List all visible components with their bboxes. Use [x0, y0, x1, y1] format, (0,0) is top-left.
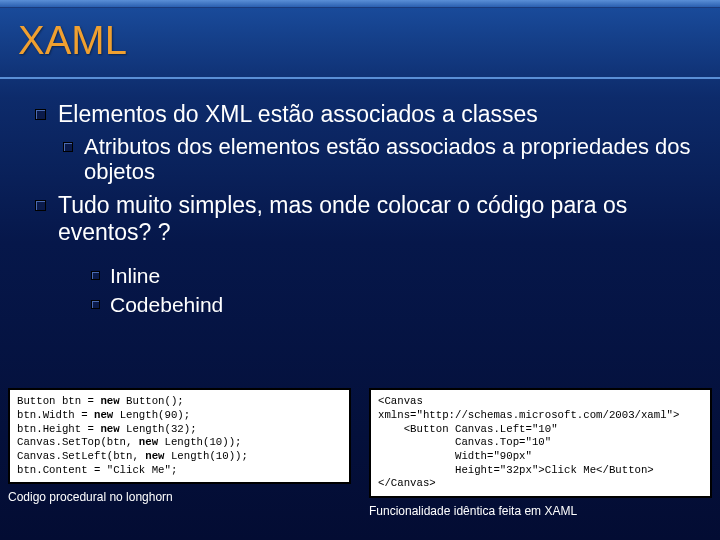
code-text: Length(10));	[158, 436, 241, 448]
bullet-level3: Codebehind	[92, 292, 700, 317]
code-text: Button();	[120, 395, 184, 407]
keyword: new	[145, 450, 164, 462]
xaml-column: <Canvas xmlns="http://schemas.microsoft.…	[369, 388, 712, 518]
code-text: Length(32);	[120, 423, 197, 435]
code-text: Width="90px"	[378, 450, 532, 462]
right-caption: Funcionalidade idêntica feita em XAML	[369, 504, 712, 518]
procedural-code-box: Button btn = new Button(); btn.Width = n…	[8, 388, 351, 484]
code-text: Height="32px">Click Me</Button>	[378, 464, 654, 476]
slide-title: XAML	[0, 8, 720, 79]
code-text: Button btn =	[17, 395, 100, 407]
keyword: new	[139, 436, 158, 448]
code-text: xmlns="http://schemas.microsoft.com/2003…	[378, 409, 679, 421]
slide-body: Elementos do XML estão associados a clas…	[0, 79, 720, 317]
code-text: Canvas.SetTop(btn,	[17, 436, 139, 448]
code-text: <Canvas	[378, 395, 423, 407]
bullet-level1: Elementos do XML estão associados a clas…	[36, 101, 700, 128]
code-text: </Canvas>	[378, 477, 436, 489]
code-compare-row: Button btn = new Button(); btn.Width = n…	[8, 388, 712, 518]
xaml-code-box: <Canvas xmlns="http://schemas.microsoft.…	[369, 388, 712, 498]
code-text: btn.Content = "Click Me";	[17, 464, 177, 476]
code-text: Length(90);	[113, 409, 190, 421]
code-text: btn.Height =	[17, 423, 100, 435]
bullet-level2: Atributos dos elementos estão associados…	[64, 134, 700, 184]
bullet-level1: Tudo muito simples, mas onde colocar o c…	[36, 192, 700, 246]
window-top-accent	[0, 0, 720, 8]
code-text: <Button Canvas.Left="10"	[378, 423, 558, 435]
procedural-column: Button btn = new Button(); btn.Width = n…	[8, 388, 351, 504]
code-text: btn.Width =	[17, 409, 94, 421]
keyword: new	[100, 423, 119, 435]
keyword: new	[100, 395, 119, 407]
code-text: Canvas.Top="10"	[378, 436, 551, 448]
code-text: Canvas.SetLeft(btn,	[17, 450, 145, 462]
left-caption: Codigo procedural no longhorn	[8, 490, 351, 504]
keyword: new	[94, 409, 113, 421]
bullet-level3: Inline	[92, 263, 700, 288]
code-text: Length(10));	[165, 450, 248, 462]
